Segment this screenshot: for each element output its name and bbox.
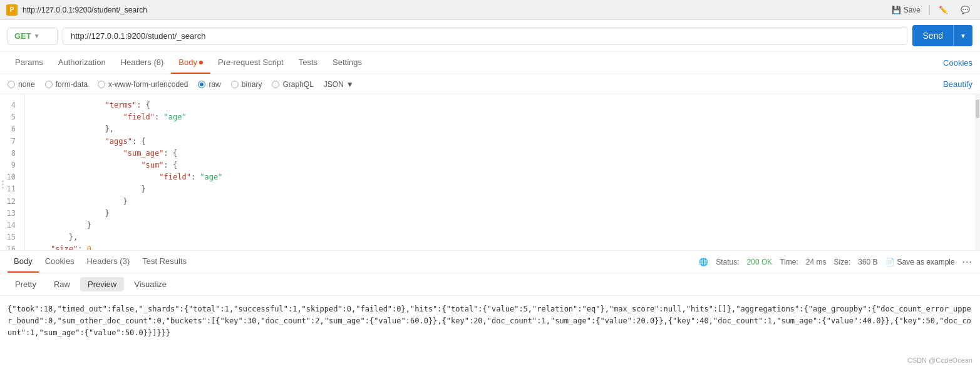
send-button[interactable]: Send ▼	[912, 25, 972, 46]
editor-scrollbar[interactable]	[975, 94, 980, 250]
sub-tab-raw[interactable]: Raw	[46, 277, 78, 291]
cookies-link[interactable]: Cookies	[943, 58, 972, 68]
radio-raw-circle	[198, 81, 205, 88]
response-tab-body[interactable]: Body	[8, 251, 39, 273]
save-icon: 💾	[892, 6, 901, 14]
tab-url: http://127.0.0.1:9200/student/_search	[23, 6, 147, 14]
response-more-button[interactable]: ···	[962, 256, 972, 268]
method-select[interactable]: GET ▼	[8, 27, 58, 45]
time-value: 24 ms	[806, 258, 827, 266]
body-type-row: none form-data x-www-form-urlencoded raw…	[0, 74, 980, 94]
tab-body[interactable]: Body	[171, 52, 210, 74]
editor-scrollbar-thumb	[976, 99, 979, 118]
code-body[interactable]: "terms": { "field": "age" }, "aggs": { "…	[25, 94, 975, 250]
body-dot	[199, 61, 203, 64]
tab-prerequest[interactable]: Pre-request Script	[210, 52, 291, 74]
edit-button[interactable]: ✏️	[935, 4, 952, 16]
sub-tabs: Pretty Raw Preview Visualize	[0, 273, 980, 296]
radio-form-data-circle	[45, 81, 53, 88]
sub-tab-visualize[interactable]: Visualize	[126, 277, 174, 291]
url-input[interactable]	[63, 27, 907, 45]
tab-authorization[interactable]: Authorization	[51, 52, 113, 74]
method-chevron: ▼	[34, 33, 40, 39]
watermark: CSDN @CodeOcean	[907, 356, 972, 364]
radio-binary-circle	[231, 81, 239, 88]
save-button[interactable]: 💾 Save	[888, 4, 924, 16]
save-example-button[interactable]: 📄 Save as example	[885, 258, 955, 266]
tab-settings[interactable]: Settings	[325, 52, 369, 74]
top-bar: P http://127.0.0.1:9200/student/_search …	[0, 0, 980, 20]
response-tab-test-results[interactable]: Test Results	[136, 251, 193, 273]
send-dropdown-arrow[interactable]: ▼	[954, 33, 972, 39]
radio-raw[interactable]: raw	[198, 80, 220, 89]
tab-params[interactable]: Params	[8, 52, 51, 74]
globe-icon: 🌐	[699, 258, 708, 266]
radio-graphql-circle	[272, 81, 279, 88]
tab-tests[interactable]: Tests	[291, 52, 325, 74]
method-label: GET	[14, 31, 31, 41]
radio-graphql[interactable]: GraphQL	[272, 80, 313, 89]
top-bar-actions: 💾 Save ✏️ 💬	[888, 4, 974, 16]
tab-headers[interactable]: Headers (8)	[113, 52, 172, 74]
sub-tab-preview[interactable]: Preview	[80, 277, 124, 291]
json-chevron: ▼	[346, 80, 354, 89]
beautify-button[interactable]: Beautify	[943, 79, 972, 89]
radio-x-www-circle	[98, 81, 105, 88]
save-icon: 📄	[885, 258, 895, 266]
radio-x-www[interactable]: x-www-form-urlencoded	[98, 80, 188, 89]
comment-button[interactable]: 💬	[957, 4, 974, 16]
url-bar: GET ▼ Send ▼	[0, 20, 980, 52]
sub-tab-pretty[interactable]: Pretty	[8, 277, 44, 291]
code-editor: 4 5 6 7 8 9 10 11 12 13 14 15 16 17 "ter…	[0, 94, 980, 251]
response-meta: 🌐 Status: 200 OK Time: 24 ms Size: 360 B…	[699, 256, 972, 268]
radio-binary[interactable]: binary	[231, 80, 262, 89]
app-icon: P	[6, 4, 18, 16]
divider	[929, 5, 930, 15]
left-handle	[0, 178, 6, 191]
send-label: Send	[912, 31, 953, 41]
line-numbers: 4 5 6 7 8 9 10 11 12 13 14 15 16 17	[0, 94, 25, 250]
radio-form-data[interactable]: form-data	[45, 80, 88, 89]
request-tabs: Params Authorization Headers (8) Body Pr…	[0, 52, 980, 74]
status-value: 200 OK	[747, 258, 773, 266]
response-tabs: Body Cookies Headers (3) Test Results 🌐 …	[0, 251, 980, 273]
response-body: {"took":18,"timed_out":false,"_shards":{…	[0, 296, 980, 347]
response-tab-cookies[interactable]: Cookies	[39, 251, 81, 273]
response-tab-headers[interactable]: Headers (3)	[81, 251, 137, 273]
radio-none[interactable]: none	[8, 80, 35, 89]
json-selector[interactable]: JSON ▼	[324, 80, 354, 89]
radio-none-circle	[8, 81, 15, 88]
size-value: 360 B	[858, 258, 877, 266]
